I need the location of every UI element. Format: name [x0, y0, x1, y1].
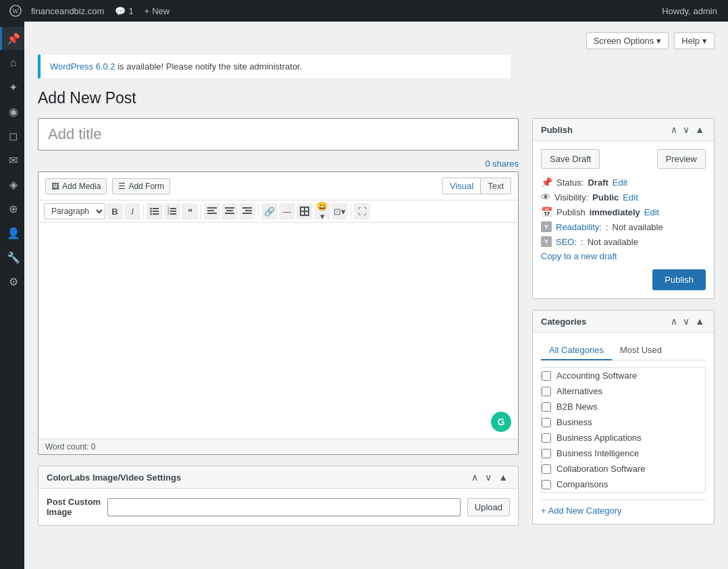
align-center-button[interactable]: [222, 203, 238, 219]
svg-rect-28: [300, 215, 309, 216]
sidebar-item-users[interactable]: 👤: [0, 221, 24, 244]
grammarly-button[interactable]: G: [491, 412, 511, 432]
status-value: Draft: [588, 178, 608, 188]
category-checkbox-b2b-news[interactable]: [542, 402, 551, 412]
tab-most-used[interactable]: Most Used: [612, 341, 670, 360]
tab-visual[interactable]: Visual: [442, 178, 481, 194]
special-chars-button[interactable]: ⊡▾: [332, 203, 348, 219]
editor-box: 🖼 Add Media ☰ Add Form Visual Text: [38, 171, 519, 455]
category-checkbox-business-applications[interactable]: [542, 433, 551, 443]
align-right-button[interactable]: [239, 203, 255, 219]
category-checkbox-accounting-software[interactable]: [542, 371, 551, 381]
category-checkbox-comparisons[interactable]: [542, 480, 551, 489]
category-checkbox-alternatives[interactable]: [542, 387, 551, 396]
emoji-button[interactable]: 😀▾: [314, 203, 330, 219]
bullet-list-button[interactable]: [147, 203, 163, 219]
page-title: Add New Post: [38, 89, 714, 107]
category-checkbox-business[interactable]: [542, 418, 551, 427]
categories-panel-toggle[interactable]: ▲: [694, 316, 706, 327]
sidebar-item-pinned[interactable]: 📌: [0, 27, 24, 50]
preview-button[interactable]: Preview: [657, 149, 706, 169]
main-content: Screen Options ▾ Help ▾ WordPress 6.0.2 …: [24, 22, 728, 569]
category-item-business-applications: Business Applications: [542, 430, 702, 445]
toolbar-separator-3: [258, 205, 259, 218]
publish-panel-toggle[interactable]: ▲: [694, 124, 706, 135]
category-label-business-intelligence: Business Intelligence: [556, 448, 639, 458]
sidebar-item-tools[interactable]: 🔧: [0, 246, 24, 269]
seo-separator: :: [581, 237, 583, 247]
copy-draft-link[interactable]: Copy to a new draft: [541, 251, 706, 261]
sidebar-item-media[interactable]: ◉: [0, 100, 24, 123]
site-name[interactable]: financeandbiz.com: [26, 0, 109, 22]
sidebar-column: Publish ∧ ∨ ▲ Save Draft Preview: [532, 118, 714, 535]
status-icon: 📌: [541, 177, 552, 188]
readability-link[interactable]: Readability:: [556, 222, 602, 232]
howdy-user[interactable]: Howdy, admin: [656, 0, 723, 22]
save-draft-button[interactable]: Save Draft: [541, 149, 600, 169]
horizontal-rule-button[interactable]: —: [279, 203, 295, 219]
svg-text:W: W: [12, 7, 19, 15]
seo-link[interactable]: SEO:: [556, 237, 577, 247]
wp-version-link[interactable]: WordPress 6.0.2: [50, 61, 115, 72]
wp-logo[interactable]: W: [5, 0, 26, 22]
italic-button[interactable]: I: [124, 203, 140, 219]
publish-panel-up[interactable]: ∧: [669, 124, 679, 135]
editor-toolbar-top: 🖼 Add Media ☰ Add Form Visual Text: [38, 172, 518, 200]
toolbar-separator-4: [350, 205, 351, 218]
plus-icon: +: [145, 6, 150, 16]
colorlabs-controls: ∧ ∨ ▲: [469, 472, 510, 483]
comments-link[interactable]: 💬 1: [109, 0, 138, 22]
add-form-icon: ☰: [118, 182, 126, 191]
svg-point-7: [150, 213, 152, 215]
appearance-icon: ◈: [9, 178, 18, 191]
sidebar-item-appearance[interactable]: ◈: [0, 173, 24, 196]
media-icon: ◉: [9, 105, 18, 118]
tab-all-categories[interactable]: All Categories: [541, 341, 612, 360]
colorlabs-collapse-up[interactable]: ∧: [469, 472, 480, 483]
colorlabs-collapse-down[interactable]: ∨: [483, 472, 494, 483]
category-label-business: Business: [556, 417, 592, 427]
add-form-button[interactable]: ☰ Add Form: [112, 178, 170, 194]
fullscreen-button[interactable]: ⛶: [354, 203, 370, 219]
publish-button[interactable]: Publish: [652, 269, 706, 290]
table-button[interactable]: [296, 203, 313, 219]
category-checkbox-business-intelligence[interactable]: [542, 449, 551, 458]
sidebar-item-plugins[interactable]: ⊕: [0, 197, 24, 220]
publish-panel-down[interactable]: ∨: [681, 124, 691, 135]
editor-content[interactable]: G: [38, 223, 518, 439]
upload-button[interactable]: Upload: [467, 498, 510, 516]
category-checkbox-collaboration-software[interactable]: [542, 464, 551, 474]
link-button[interactable]: 🔗: [261, 203, 278, 219]
add-media-button[interactable]: 🖼 Add Media: [45, 178, 107, 194]
blockquote-button[interactable]: ❝: [182, 203, 198, 219]
bold-button[interactable]: B: [107, 203, 123, 219]
sidebar-item-settings[interactable]: ⚙: [0, 270, 24, 293]
sidebar-item-posts[interactable]: ✦: [0, 76, 24, 99]
categories-tabs: All Categories Most Used: [541, 341, 706, 360]
custom-image-input[interactable]: [107, 498, 461, 516]
colorlabs-toggle[interactable]: ▲: [496, 472, 510, 483]
tab-text[interactable]: Text: [480, 178, 511, 194]
add-form-label: Add Form: [128, 182, 164, 191]
svg-rect-18: [226, 210, 233, 211]
publish-panel-body: Save Draft Preview 📌 Status: Draft Edit: [533, 141, 714, 298]
categories-panel-down[interactable]: ∨: [681, 316, 691, 327]
post-title-input[interactable]: [38, 118, 519, 151]
sidebar-item-comments[interactable]: ✉: [0, 148, 24, 171]
help-button[interactable]: Help ▾: [674, 32, 714, 49]
tinymce-toolbar: ParagraphHeading 1Heading 2Heading 3 B I…: [38, 200, 518, 223]
publish-timing-edit-link[interactable]: Edit: [644, 207, 659, 217]
shares-link[interactable]: 0 shares: [485, 159, 519, 169]
status-edit-link[interactable]: Edit: [613, 178, 627, 188]
visibility-edit-link[interactable]: Edit: [623, 192, 638, 202]
categories-panel-header: Categories ∧ ∨ ▲: [533, 310, 714, 333]
sidebar-item-dashboard[interactable]: ⌂: [0, 51, 24, 74]
format-select[interactable]: ParagraphHeading 1Heading 2Heading 3: [44, 203, 105, 219]
new-content[interactable]: + New: [139, 0, 176, 22]
add-new-category-link[interactable]: + Add New Category: [541, 499, 706, 516]
categories-panel-up[interactable]: ∧: [669, 316, 679, 327]
align-left-button[interactable]: [204, 203, 220, 219]
screen-options-button[interactable]: Screen Options ▾: [586, 32, 669, 49]
sidebar-item-pages[interactable]: ◻: [0, 124, 24, 147]
numbered-list-button[interactable]: 123: [164, 203, 180, 219]
